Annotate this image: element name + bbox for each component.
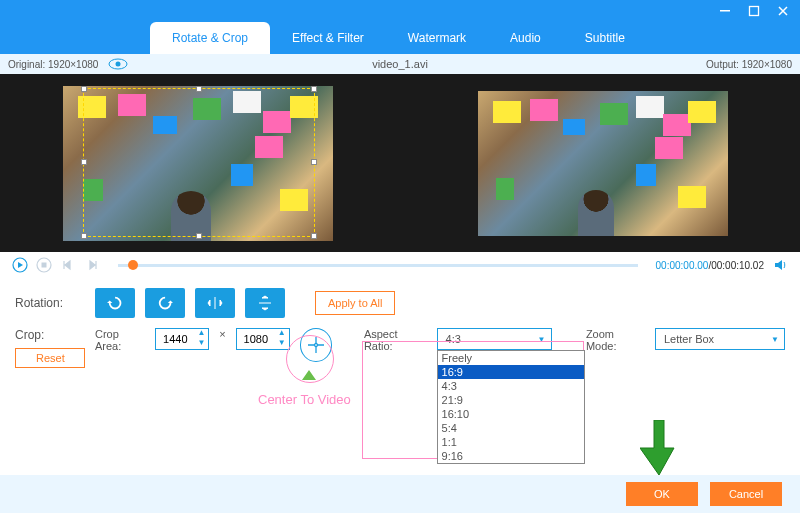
zoom-mode-label: Zoom Mode: bbox=[586, 328, 645, 352]
crop-height-field[interactable]: ▲▼ bbox=[236, 328, 290, 350]
chevron-down-icon: ▼ bbox=[538, 335, 546, 344]
aspect-option-1-1[interactable]: 1:1 bbox=[438, 435, 584, 449]
width-down[interactable]: ▼ bbox=[194, 339, 208, 349]
timecode: 00:00:00.00/00:00:10.02 bbox=[656, 260, 764, 271]
aspect-option-freely[interactable]: Freely bbox=[438, 351, 584, 365]
ok-button[interactable]: OK bbox=[626, 482, 698, 506]
close-button[interactable] bbox=[776, 4, 790, 18]
crop-label: Crop: bbox=[15, 328, 85, 342]
svg-rect-0 bbox=[720, 10, 730, 12]
maximize-button[interactable] bbox=[747, 4, 761, 18]
filename: video_1.avi bbox=[372, 58, 428, 70]
crop-area-label: Crop Area: bbox=[95, 328, 145, 352]
aspect-option-4-3[interactable]: 4:3 bbox=[438, 379, 584, 393]
reset-button[interactable]: Reset bbox=[15, 348, 85, 368]
height-down[interactable]: ▼ bbox=[275, 339, 289, 349]
flip-horizontal-button[interactable] bbox=[195, 288, 235, 318]
preview-toggle-icon[interactable] bbox=[108, 58, 128, 70]
prev-frame-button[interactable] bbox=[60, 257, 76, 273]
seek-bar[interactable] bbox=[118, 264, 638, 267]
crop-times: × bbox=[219, 328, 225, 340]
tab-effect-filter[interactable]: Effect & Filter bbox=[270, 22, 386, 54]
aspect-ratio-select[interactable]: 4:3▼ bbox=[437, 328, 552, 350]
tab-bar: Rotate & Crop Effect & Filter Watermark … bbox=[0, 22, 800, 54]
crop-rectangle[interactable] bbox=[83, 88, 315, 237]
apply-to-all-button[interactable]: Apply to All bbox=[315, 291, 395, 315]
zoom-mode-select[interactable]: Letter Box▼ bbox=[655, 328, 785, 350]
hint-center-text: Center To Video bbox=[258, 392, 351, 407]
aspect-option-5-4[interactable]: 5:4 bbox=[438, 421, 584, 435]
flip-vertical-button[interactable] bbox=[245, 288, 285, 318]
stop-button[interactable] bbox=[36, 257, 52, 273]
aspect-option-21-9[interactable]: 21:9 bbox=[438, 393, 584, 407]
tab-watermark[interactable]: Watermark bbox=[386, 22, 488, 54]
rotate-right-button[interactable] bbox=[145, 288, 185, 318]
ok-arrow-icon bbox=[640, 420, 678, 475]
crop-width-field[interactable]: ▲▼ bbox=[155, 328, 209, 350]
chevron-down-icon: ▼ bbox=[771, 335, 779, 344]
next-frame-button[interactable] bbox=[84, 257, 100, 273]
rotate-left-button[interactable] bbox=[95, 288, 135, 318]
cancel-button[interactable]: Cancel bbox=[710, 482, 782, 506]
rotation-label: Rotation: bbox=[15, 296, 85, 310]
output-preview bbox=[405, 74, 800, 252]
volume-icon[interactable] bbox=[772, 257, 788, 273]
original-resolution: Original: 1920×1080 bbox=[8, 59, 98, 70]
aspect-ratio-dropdown[interactable]: Freely 16:9 4:3 21:9 16:10 5:4 1:1 9:16 bbox=[437, 350, 585, 464]
seek-handle[interactable] bbox=[128, 260, 138, 270]
aspect-option-16-10[interactable]: 16:10 bbox=[438, 407, 584, 421]
svg-point-3 bbox=[116, 62, 121, 67]
play-button[interactable] bbox=[12, 257, 28, 273]
crop-height-input[interactable] bbox=[237, 333, 275, 345]
svg-rect-1 bbox=[750, 7, 759, 16]
tab-audio[interactable]: Audio bbox=[488, 22, 563, 54]
output-resolution: Output: 1920×1080 bbox=[706, 59, 792, 70]
crop-width-input[interactable] bbox=[156, 333, 194, 345]
aspect-ratio-label: Aspect Ratio: bbox=[364, 328, 427, 352]
aspect-option-9-16[interactable]: 9:16 bbox=[438, 449, 584, 463]
tab-rotate-crop[interactable]: Rotate & Crop bbox=[150, 22, 270, 54]
svg-rect-6 bbox=[42, 263, 47, 268]
minimize-button[interactable] bbox=[718, 4, 732, 18]
source-preview[interactable] bbox=[0, 74, 395, 252]
center-to-video-button[interactable] bbox=[300, 328, 333, 362]
aspect-option-16-9[interactable]: 16:9 bbox=[438, 365, 584, 379]
tab-subtitle[interactable]: Subtitle bbox=[563, 22, 647, 54]
